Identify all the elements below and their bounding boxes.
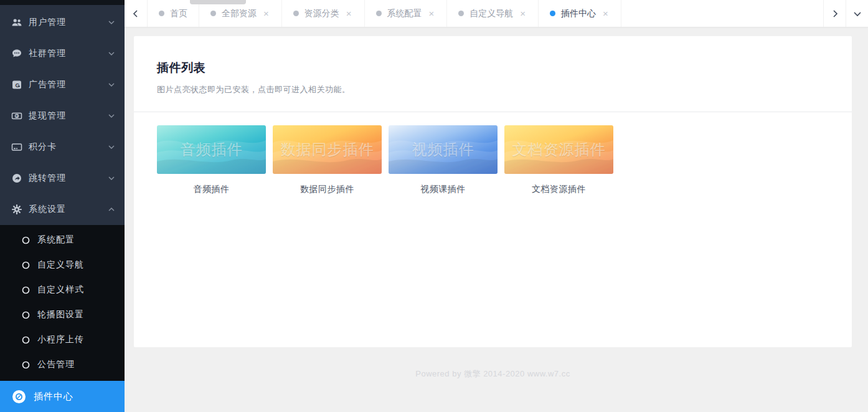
- tab-label: 全部资源: [222, 8, 257, 19]
- page-footer: Powered by 微擎 2014-2020 www.w7.cc: [134, 347, 852, 412]
- plugin-image-text: 音频插件: [157, 125, 266, 174]
- plugin-card-image: 文档资源插件: [504, 125, 613, 174]
- sidebar-subitem-system-config[interactable]: 系统配置: [0, 228, 125, 252]
- page-subtitle: 图片点亮状态即为已安装，点击即可进入相关功能。: [157, 84, 829, 95]
- sidebar-item-plugin-center[interactable]: 插件中心: [0, 381, 125, 412]
- users-icon: [11, 17, 22, 28]
- plugin-image-text: 数据同步插件: [273, 125, 382, 174]
- sidebar-item-label: 提现管理: [29, 110, 107, 122]
- tab-resource-category[interactable]: 资源分类 ×: [282, 0, 365, 27]
- top-drag-handle: [190, 0, 246, 4]
- sidebar: 用户管理 社群管理 G 广告管理: [0, 0, 125, 412]
- sidebar-subitem-carousel-settings[interactable]: 轮播图设置: [0, 302, 125, 327]
- sidebar-item-withdrawal-management[interactable]: 1 提现管理: [0, 100, 125, 132]
- tab-dot-icon: [293, 11, 299, 16]
- tab-label: 首页: [170, 8, 187, 19]
- card-icon: [11, 141, 22, 153]
- sidebar-item-user-management[interactable]: 用户管理: [0, 7, 125, 38]
- money-icon: 1: [11, 110, 22, 122]
- chevron-down-icon: [107, 80, 116, 89]
- sidebar-item-community-management[interactable]: 社群管理: [0, 38, 125, 69]
- sidebar-subitem-label: 系统配置: [37, 234, 75, 246]
- tab-close-icon[interactable]: ×: [345, 8, 353, 19]
- tab-dot-icon: [550, 11, 555, 16]
- app-window: 用户管理 社群管理 G 广告管理: [0, 0, 868, 412]
- plugin-caption: 视频课插件: [389, 184, 498, 195]
- sidebar-item-label: 用户管理: [29, 17, 107, 28]
- sidebar-subitem-label: 小程序上传: [37, 334, 84, 345]
- sidebar-subitem-label: 自定义样式: [37, 284, 84, 295]
- tab-label: 系统配置: [387, 8, 422, 19]
- chevron-left-icon: [131, 9, 140, 18]
- circle-icon: [21, 285, 30, 294]
- sidebar-subitem-custom-navigation[interactable]: 自定义导航: [0, 252, 125, 277]
- page-title: 插件列表: [157, 60, 829, 76]
- jump-icon: [11, 173, 22, 184]
- plugin-card-documents[interactable]: 文档资源插件 文档资源插件: [504, 125, 613, 195]
- chevron-up-icon: [107, 205, 116, 214]
- tab-close-icon[interactable]: ×: [428, 8, 436, 19]
- sidebar-subitem-announcement-management[interactable]: 公告管理: [0, 352, 125, 377]
- tabs-scroll-right-button[interactable]: [823, 0, 846, 27]
- plugin-card-image: 音频插件: [157, 125, 266, 174]
- tab-dot-icon: [458, 11, 464, 16]
- plugin-image-text: 视频插件: [389, 125, 498, 174]
- sidebar-subitem-custom-style[interactable]: 自定义样式: [0, 277, 125, 302]
- plugin-card-video[interactable]: 视频插件 视频课插件: [389, 125, 498, 195]
- sidebar-item-label: 跳转管理: [29, 173, 107, 184]
- tabs-scroll-left-button[interactable]: [125, 0, 148, 27]
- tab-custom-navigation[interactable]: 自定义导航 ×: [447, 0, 539, 27]
- tab-label: 自定义导航: [469, 8, 513, 19]
- plugin-card-image: 视频插件: [389, 125, 498, 174]
- tab-label: 资源分类: [304, 8, 339, 19]
- sidebar-item-label: 系统设置: [29, 204, 107, 215]
- sidebar-item-label: 社群管理: [29, 48, 107, 59]
- plugin-card-image: 数据同步插件: [273, 125, 382, 174]
- sidebar-item-system-settings[interactable]: 系统设置: [0, 194, 125, 225]
- plugin-caption: 音频插件: [157, 184, 266, 195]
- copyright-watermark: Powered by 微擎 2014-2020 www.w7.cc: [415, 368, 570, 380]
- plugin-card-audio[interactable]: 音频插件 音频插件: [157, 125, 266, 195]
- main-area: 首页 全部资源 × 资源分类 × 系统配置 ×: [125, 0, 868, 412]
- chevron-down-icon: [107, 143, 116, 151]
- plugin-card-data-sync[interactable]: 数据同步插件 数据同步插件: [273, 125, 382, 195]
- tab-close-icon[interactable]: ×: [519, 8, 527, 19]
- sidebar-item-label: 插件中心: [34, 391, 73, 403]
- tab-plugin-center[interactable]: 插件中心 ×: [539, 0, 621, 27]
- circle-icon: [21, 261, 30, 269]
- sidebar-subitem-label: 公告管理: [37, 359, 75, 370]
- tab-system-config[interactable]: 系统配置 ×: [365, 0, 448, 27]
- circle-icon: [21, 360, 30, 369]
- sidebar-subitem-label: 自定义导航: [37, 259, 84, 271]
- sidebar-item-label: 广告管理: [29, 79, 107, 90]
- ad-icon: G: [11, 79, 22, 90]
- circle-icon: [21, 335, 30, 344]
- circle-icon: [21, 310, 30, 319]
- tabs-list: 首页 全部资源 × 资源分类 × 系统配置 ×: [148, 0, 823, 27]
- chat-icon: [11, 48, 22, 59]
- chevron-down-icon: [107, 49, 116, 58]
- tabs-menu-button[interactable]: [846, 0, 868, 27]
- circle-icon: [21, 236, 30, 244]
- tab-label: 插件中心: [561, 8, 596, 19]
- tab-dot-icon: [210, 11, 216, 16]
- sidebar-item-jump-management[interactable]: 跳转管理: [0, 163, 125, 194]
- sidebar-item-label: 积分卡: [29, 141, 107, 153]
- sidebar-item-ad-management[interactable]: G 广告管理: [0, 69, 125, 100]
- plugin-caption: 数据同步插件: [273, 184, 382, 195]
- sidebar-subitem-miniprogram-upload[interactable]: 小程序上传: [0, 327, 125, 352]
- sidebar-menu: 用户管理 社群管理 G 广告管理: [0, 5, 125, 225]
- chevron-down-icon: [107, 18, 116, 27]
- sidebar-item-points-card[interactable]: 积分卡: [0, 132, 125, 163]
- svg-text:1: 1: [16, 113, 19, 118]
- sidebar-top-strip: [0, 0, 125, 5]
- tab-dot-icon: [376, 11, 382, 16]
- gear-icon: [11, 204, 22, 215]
- chevron-down-icon: [107, 174, 116, 183]
- tab-close-icon[interactable]: ×: [262, 8, 270, 19]
- chevron-down-icon: [853, 9, 862, 18]
- tab-close-icon[interactable]: ×: [601, 8, 610, 19]
- panel-header: 插件列表 图片点亮状态即为已安装，点击即可进入相关功能。: [134, 36, 852, 112]
- chevron-down-icon: [107, 112, 116, 120]
- sidebar-submenu: 系统配置 自定义导航 自定义样式 轮播图设置 小程序上传 公告管理: [0, 225, 125, 412]
